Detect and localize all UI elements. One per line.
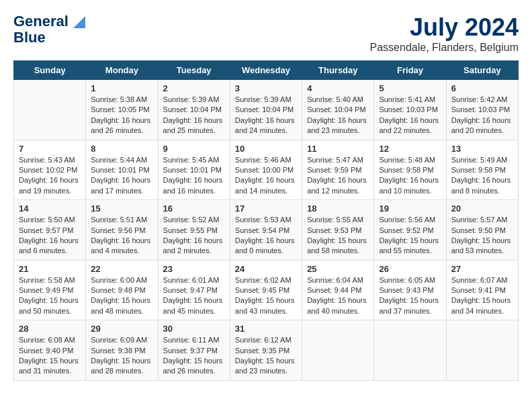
weekday-header-sunday: Sunday bbox=[14, 61, 86, 80]
cell-line: and 26 minutes. bbox=[163, 366, 225, 376]
cell-line: Sunset: 9:45 PM bbox=[235, 285, 297, 295]
cell-line: Daylight: 16 hours bbox=[379, 175, 441, 185]
cell-content: Sunrise: 5:44 AMSunset: 10:01 PMDaylight… bbox=[91, 155, 152, 197]
cell-content: Sunrise: 5:43 AMSunset: 10:02 PMDaylight… bbox=[19, 155, 81, 197]
cell-line: Sunset: 9:48 PM bbox=[91, 285, 152, 295]
day-number: 25 bbox=[307, 264, 369, 274]
logo-icon bbox=[73, 16, 85, 28]
cell-line: and 34 minutes. bbox=[451, 306, 513, 316]
cell-line: Daylight: 16 hours bbox=[235, 236, 297, 246]
cell-line: Daylight: 16 hours bbox=[379, 116, 441, 126]
cell-content: Sunrise: 5:42 AMSunset: 10:03 PMDaylight… bbox=[451, 95, 513, 136]
logo-text: General bbox=[13, 13, 85, 30]
cell-line: Daylight: 16 hours bbox=[235, 116, 297, 126]
cell-line: Sunrise: 6:02 AM bbox=[235, 275, 297, 285]
cell-line: Daylight: 15 hours bbox=[91, 295, 152, 306]
cell-line: Sunset: 9:56 PM bbox=[91, 226, 152, 236]
day-number: 11 bbox=[307, 144, 369, 154]
calendar-cell: 7Sunrise: 5:43 AMSunset: 10:02 PMDayligh… bbox=[14, 140, 86, 200]
weekday-header-friday: Friday bbox=[374, 61, 446, 80]
calendar-cell: 29Sunrise: 6:09 AMSunset: 9:38 PMDayligh… bbox=[86, 320, 158, 381]
cell-line: Sunrise: 5:39 AM bbox=[163, 95, 225, 105]
cell-line: Sunrise: 5:50 AM bbox=[19, 215, 81, 225]
cell-line: and 6 minutes. bbox=[19, 246, 81, 256]
cell-line: Sunset: 10:02 PM bbox=[19, 165, 81, 175]
cell-content: Sunrise: 6:07 AMSunset: 9:41 PMDaylight:… bbox=[451, 275, 513, 317]
day-number: 31 bbox=[235, 324, 297, 334]
calendar-cell: 19Sunrise: 5:56 AMSunset: 9:52 PMDayligh… bbox=[374, 200, 446, 261]
cell-line: and 0 minutes. bbox=[235, 246, 297, 256]
cell-content: Sunrise: 5:48 AMSunset: 9:58 PMDaylight:… bbox=[379, 155, 441, 197]
day-number: 24 bbox=[235, 264, 297, 274]
day-number: 16 bbox=[163, 203, 225, 214]
day-number: 20 bbox=[451, 203, 513, 214]
day-number: 17 bbox=[235, 203, 297, 214]
cell-line: and 40 minutes. bbox=[307, 306, 369, 316]
day-number: 26 bbox=[379, 264, 441, 274]
calendar-cell: 27Sunrise: 6:07 AMSunset: 9:41 PMDayligh… bbox=[446, 260, 518, 320]
cell-line: Sunrise: 6:08 AM bbox=[19, 335, 81, 345]
header: General Blue July 2024 Passendale, Fland… bbox=[13, 13, 519, 54]
cell-line: Sunset: 9:54 PM bbox=[235, 226, 297, 236]
calendar-table: SundayMondayTuesdayWednesdayThursdayFrid… bbox=[13, 60, 519, 381]
cell-line: Sunrise: 5:49 AM bbox=[451, 155, 513, 165]
cell-line: and 43 minutes. bbox=[235, 306, 297, 316]
cell-content: Sunrise: 6:00 AMSunset: 9:48 PMDaylight:… bbox=[91, 275, 152, 317]
weekday-header-saturday: Saturday bbox=[446, 61, 518, 80]
cell-content: Sunrise: 5:58 AMSunset: 9:49 PMDaylight:… bbox=[19, 275, 81, 317]
cell-line: and 17 minutes. bbox=[91, 186, 152, 196]
cell-line: Sunset: 10:04 PM bbox=[235, 105, 297, 115]
cell-line: Daylight: 15 hours bbox=[19, 295, 81, 306]
cell-content: Sunrise: 5:39 AMSunset: 10:04 PMDaylight… bbox=[235, 95, 297, 136]
cell-line: Sunrise: 6:05 AM bbox=[379, 275, 441, 285]
day-number: 5 bbox=[379, 83, 441, 93]
calendar-cell bbox=[374, 320, 446, 381]
weekday-header-monday: Monday bbox=[86, 61, 158, 80]
day-number: 8 bbox=[91, 144, 152, 154]
day-number: 29 bbox=[91, 324, 152, 334]
cell-line: Sunrise: 5:52 AM bbox=[163, 215, 225, 225]
cell-content: Sunrise: 5:55 AMSunset: 9:53 PMDaylight:… bbox=[307, 215, 369, 257]
cell-line: and 16 minutes. bbox=[163, 186, 225, 196]
calendar-cell: 28Sunrise: 6:08 AMSunset: 9:40 PMDayligh… bbox=[14, 320, 86, 381]
svg-marker-0 bbox=[73, 16, 85, 28]
calendar-cell bbox=[14, 80, 86, 140]
cell-line: Sunset: 9:50 PM bbox=[451, 226, 513, 236]
cell-content: Sunrise: 5:57 AMSunset: 9:50 PMDaylight:… bbox=[451, 215, 513, 257]
cell-content: Sunrise: 5:56 AMSunset: 9:52 PMDaylight:… bbox=[379, 215, 441, 257]
cell-line: Sunset: 9:44 PM bbox=[307, 285, 369, 295]
calendar-week-1: 1Sunrise: 5:38 AMSunset: 10:05 PMDayligh… bbox=[14, 80, 519, 140]
cell-line: and 58 minutes. bbox=[307, 246, 369, 256]
cell-line: Sunrise: 5:41 AM bbox=[379, 95, 441, 105]
cell-line: Daylight: 16 hours bbox=[91, 236, 152, 246]
cell-line: Daylight: 15 hours bbox=[379, 236, 441, 246]
day-number: 6 bbox=[451, 83, 513, 93]
cell-line: and 31 minutes. bbox=[19, 366, 81, 376]
calendar-cell: 18Sunrise: 5:55 AMSunset: 9:53 PMDayligh… bbox=[302, 200, 374, 261]
cell-line: Sunset: 9:58 PM bbox=[451, 165, 513, 175]
day-number: 1 bbox=[91, 83, 152, 93]
calendar-week-4: 21Sunrise: 5:58 AMSunset: 9:49 PMDayligh… bbox=[14, 260, 519, 320]
cell-line: Sunrise: 6:12 AM bbox=[235, 335, 297, 345]
cell-line: Sunset: 9:40 PM bbox=[19, 346, 81, 356]
cell-line: and 8 minutes. bbox=[451, 186, 513, 196]
cell-line: Sunrise: 6:01 AM bbox=[163, 275, 225, 285]
cell-line: Sunrise: 5:43 AM bbox=[19, 155, 81, 165]
cell-line: and 23 minutes. bbox=[235, 366, 297, 376]
cell-content: Sunrise: 6:01 AMSunset: 9:47 PMDaylight:… bbox=[163, 275, 225, 317]
cell-line: and 19 minutes. bbox=[19, 186, 81, 196]
cell-line: Daylight: 15 hours bbox=[19, 356, 81, 366]
calendar-week-3: 14Sunrise: 5:50 AMSunset: 9:57 PMDayligh… bbox=[14, 200, 519, 261]
cell-line: and 2 minutes. bbox=[163, 246, 225, 256]
cell-line: and 25 minutes. bbox=[163, 126, 225, 136]
cell-line: Sunset: 9:41 PM bbox=[451, 285, 513, 295]
cell-content: Sunrise: 5:50 AMSunset: 9:57 PMDaylight:… bbox=[19, 215, 81, 257]
day-number: 13 bbox=[451, 144, 513, 154]
calendar-cell: 1Sunrise: 5:38 AMSunset: 10:05 PMDayligh… bbox=[86, 80, 158, 140]
cell-line: Daylight: 16 hours bbox=[163, 175, 225, 185]
calendar-cell: 20Sunrise: 5:57 AMSunset: 9:50 PMDayligh… bbox=[446, 200, 518, 261]
cell-content: Sunrise: 5:39 AMSunset: 10:04 PMDaylight… bbox=[163, 95, 225, 136]
cell-content: Sunrise: 5:53 AMSunset: 9:54 PMDaylight:… bbox=[235, 215, 297, 257]
location-subtitle: Passendale, Flanders, Belgium bbox=[370, 42, 519, 54]
day-number: 4 bbox=[307, 83, 369, 93]
